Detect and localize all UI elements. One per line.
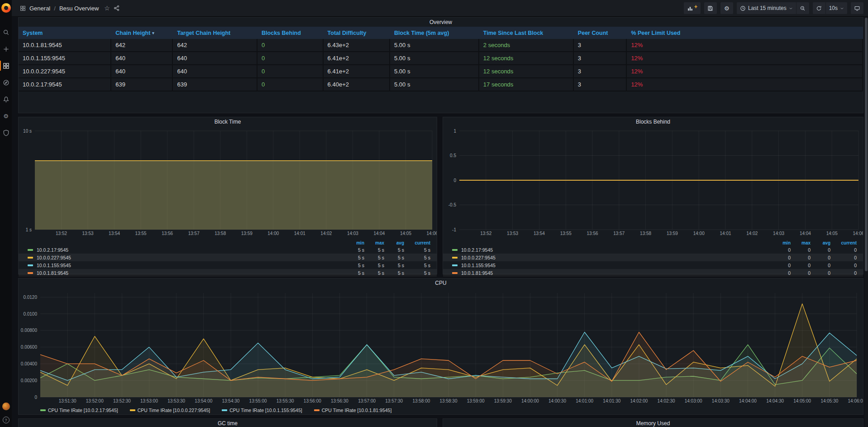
svg-text:14:02: 14:02	[746, 231, 758, 236]
sidebar-item-dashboards[interactable]	[0, 62, 12, 70]
legend-value-avg: 0	[811, 247, 830, 253]
series-swatch-icon[interactable]	[452, 257, 458, 259]
sidebar-item-configuration[interactable]: ⚙	[0, 112, 12, 120]
grafana-logo[interactable]	[1, 3, 11, 13]
column-header-system[interactable]: System	[19, 27, 111, 39]
legend-stat-min[interactable]: min	[344, 240, 364, 245]
cell-peer_count: 3	[574, 65, 627, 78]
cell-block_time: 5.00 s	[390, 39, 479, 52]
cell-time_since: 17 seconds	[479, 78, 574, 91]
star-icon[interactable]: ☆	[104, 5, 110, 12]
search-icon	[3, 29, 10, 36]
svg-text:13:52:30: 13:52:30	[113, 398, 131, 403]
block-time-legend: minmaxavgcurrent10.0.2.17:95455 s5 s5 s5…	[19, 240, 437, 277]
column-header-total_difficulty[interactable]: Total Difficulty	[324, 27, 390, 39]
cycle-view-mode-button[interactable]	[851, 2, 863, 14]
legend-item[interactable]: CPU Time IRate [10.0.2.17:9545]	[40, 408, 118, 413]
legend-value-min: 5 s	[344, 263, 364, 268]
panel-title-blocks-behind[interactable]: Blocks Behind	[443, 117, 863, 126]
column-header-block_time[interactable]: Block Time (5m avg)	[390, 27, 479, 39]
column-header-peer_count[interactable]: Peer Count	[574, 27, 627, 39]
legend-stat-max[interactable]: max	[791, 240, 811, 245]
series-name[interactable]: 10.0.1.155:9545	[36, 263, 344, 268]
svg-text:13:57: 13:57	[613, 231, 625, 236]
chevron-down-icon	[789, 6, 793, 10]
legend-stat-avg[interactable]: avg	[384, 240, 404, 245]
svg-text:13:52:00: 13:52:00	[86, 398, 104, 403]
svg-text:13:59: 13:59	[241, 231, 253, 236]
svg-text:0.0100: 0.0100	[23, 312, 37, 317]
cpu-chart[interactable]: 13:51:3013:52:0013:52:3013:53:0013:53:30…	[19, 288, 863, 404]
panel-title-overview[interactable]: Overview	[19, 18, 863, 27]
breadcrumb-page-title[interactable]: Besu Overview	[59, 5, 99, 12]
legend-item[interactable]: CPU Time IRate [10.0.0.227:9545]	[130, 408, 210, 413]
series-name[interactable]: 10.0.0.227:9545	[460, 255, 771, 260]
cell-chain_height: 642	[111, 39, 173, 52]
refresh-button[interactable]	[813, 2, 825, 14]
help-icon[interactable]: ?	[3, 417, 10, 423]
series-swatch-icon[interactable]	[452, 272, 458, 274]
share-icon[interactable]	[114, 5, 120, 11]
panel-title-memory-used[interactable]: Memory Used	[443, 419, 863, 427]
panel-title-cpu[interactable]: CPU	[19, 278, 863, 288]
series-name[interactable]: 10.0.1.81:9545	[460, 270, 771, 276]
series-name[interactable]: 10.0.1.155:9545	[460, 263, 771, 268]
series-swatch-icon[interactable]	[28, 272, 33, 274]
svg-text:14:04: 14:04	[800, 231, 811, 236]
gear-icon: ⚙	[724, 5, 730, 11]
column-header-time_since[interactable]: Time Since Last Block	[479, 27, 574, 39]
series-swatch-icon	[222, 409, 227, 411]
legend-stat-current[interactable]: current	[404, 240, 430, 245]
svg-text:13:54:30: 13:54:30	[222, 398, 239, 403]
column-header-peer_limit[interactable]: % Peer Limit Used	[627, 27, 863, 39]
column-header-target_chain_height[interactable]: Target Chain Height	[173, 27, 258, 39]
series-swatch-icon[interactable]	[28, 257, 33, 259]
series-swatch-icon	[314, 409, 320, 411]
column-header-chain_height[interactable]: Chain Height▾	[111, 27, 173, 39]
series-name[interactable]: 10.0.2.17:9545	[460, 247, 771, 253]
legend-stat-current[interactable]: current	[830, 240, 857, 245]
series-swatch-icon[interactable]	[452, 264, 458, 266]
sidebar-item-alerting[interactable]	[0, 95, 12, 103]
series-name[interactable]: 10.0.1.81:9545	[36, 270, 344, 276]
refresh-interval-dropdown[interactable]: 10s	[826, 2, 847, 14]
panel-title-block-time[interactable]: Block Time	[19, 117, 437, 126]
legend-item[interactable]: CPU Time IRate [10.0.1.155:9545]	[222, 408, 302, 413]
add-panel-button[interactable]: +	[684, 2, 701, 14]
column-header-blocks_behind[interactable]: Blocks Behind	[258, 27, 324, 39]
sidebar-item-server-admin[interactable]	[0, 129, 12, 137]
legend-stat-min[interactable]: min	[771, 240, 791, 245]
panel-title-gc-time[interactable]: GC time	[19, 419, 437, 427]
svg-text:14:02:00: 14:02:00	[630, 398, 648, 403]
time-range-picker[interactable]: Last 15 minutes	[737, 2, 796, 14]
svg-text:13:55: 13:55	[135, 231, 147, 236]
dashboard-settings-button[interactable]: ⚙	[720, 2, 733, 14]
block-time-chart[interactable]: 13:5213:5313:5413:5513:5613:5713:5813:59…	[19, 126, 437, 237]
sidebar-item-search[interactable]	[0, 28, 12, 36]
legend-stat-max[interactable]: max	[364, 240, 384, 245]
save-dashboard-button[interactable]	[704, 2, 717, 14]
legend-value-min: 0	[771, 263, 791, 268]
svg-text:0.00200: 0.00200	[21, 378, 38, 383]
legend-stat-avg[interactable]: avg	[811, 240, 830, 245]
legend-item[interactable]: CPU Time IRate [10.0.1.81:9545]	[314, 408, 392, 413]
scrollbar-thumb[interactable]	[865, 18, 868, 271]
breadcrumb-section[interactable]: General	[29, 5, 50, 12]
scrollbar-track[interactable]	[864, 17, 868, 427]
svg-text:13:55:30: 13:55:30	[277, 398, 294, 403]
blocks-behind-chart[interactable]: 13:5213:5313:5413:5513:5613:5713:5813:59…	[443, 126, 863, 237]
zoom-out-button[interactable]	[796, 2, 809, 14]
series-swatch-icon[interactable]	[28, 249, 33, 251]
svg-text:13:55: 13:55	[560, 231, 572, 236]
series-name[interactable]: 10.0.2.17:9545	[36, 247, 344, 253]
series-swatch-icon[interactable]	[28, 264, 33, 266]
sidebar-item-explore[interactable]	[0, 78, 12, 86]
svg-text:14:02: 14:02	[320, 231, 332, 236]
legend-value-current: 0	[830, 270, 857, 276]
sidebar-item-create[interactable]	[0, 45, 12, 53]
legend-value-min: 0	[771, 255, 791, 260]
plus-badge-icon: +	[694, 4, 697, 10]
series-name[interactable]: 10.0.0.227:9545	[36, 255, 344, 260]
series-swatch-icon[interactable]	[452, 249, 458, 251]
user-avatar[interactable]	[2, 403, 10, 410]
